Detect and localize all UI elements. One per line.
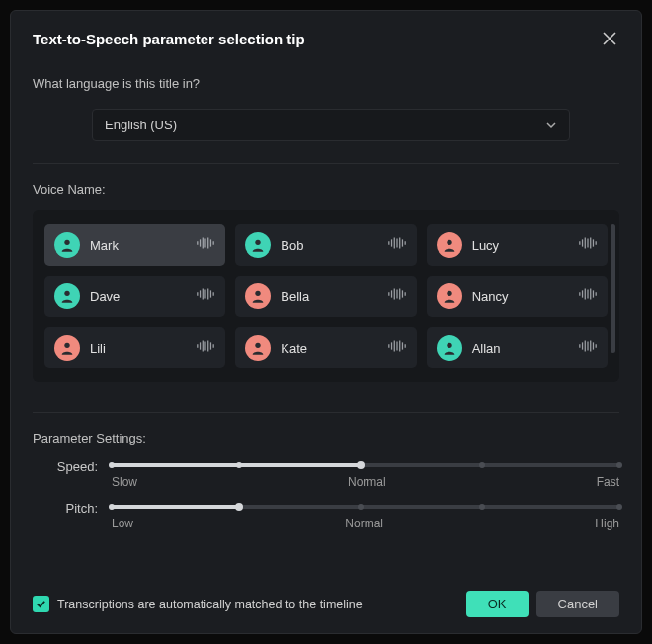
waveform-icon — [578, 236, 598, 254]
speed-tick-slow: Slow — [112, 475, 137, 489]
pitch-tick-low: Low — [112, 517, 133, 530]
voice-grid: MarkBobLucyDaveBellaNancyLiliKateAllan — [44, 224, 608, 368]
pitch-label: Pitch: — [33, 501, 112, 516]
voice-card-lucy[interactable]: Lucy — [427, 224, 608, 266]
speed-thumb[interactable] — [357, 461, 365, 469]
voice-name-label: Dave — [90, 289, 196, 304]
pitch-tick-high: High — [595, 517, 619, 530]
voice-panel: MarkBobLucyDaveBellaNancyLiliKateAllan — [33, 210, 619, 382]
speed-row: Speed: Slow Normal Fast — [33, 459, 619, 489]
voice-scrollbar[interactable] — [611, 224, 615, 353]
check-icon — [36, 599, 46, 609]
svg-point-32 — [256, 291, 261, 296]
voice-card-nancy[interactable]: Nancy — [427, 276, 608, 317]
dialog-footer: Transcriptions are automatically matched… — [33, 583, 619, 617]
svg-point-0 — [64, 240, 69, 245]
avatar-icon — [54, 283, 80, 309]
avatar-icon — [437, 283, 462, 309]
waveform-icon — [196, 287, 215, 305]
avatar-icon — [437, 335, 462, 361]
voice-section-label: Voice Name: — [33, 182, 619, 197]
svg-point-64 — [447, 343, 451, 348]
ok-button[interactable]: OK — [466, 591, 529, 617]
pitch-slider[interactable]: Low Normal High — [112, 501, 619, 530]
voice-card-allan[interactable]: Allan — [427, 327, 608, 368]
close-button[interactable] — [600, 29, 619, 48]
waveform-icon — [578, 339, 598, 357]
voice-name-label: Mark — [90, 238, 196, 253]
avatar-icon — [245, 232, 271, 258]
svg-point-8 — [256, 240, 261, 245]
avatar-icon — [54, 232, 80, 258]
language-selected-value: English (US) — [105, 118, 177, 132]
pitch-thumb[interactable] — [235, 503, 243, 511]
divider — [33, 412, 619, 413]
svg-point-48 — [64, 343, 69, 348]
svg-point-16 — [447, 240, 451, 245]
speed-tick-labels: Slow Normal Fast — [112, 475, 619, 489]
avatar-icon — [437, 232, 462, 258]
svg-point-56 — [256, 343, 261, 348]
avatar-icon — [245, 335, 271, 361]
voice-name-label: Bob — [281, 238, 386, 253]
waveform-icon — [387, 339, 407, 357]
voice-name-label: Nancy — [472, 289, 578, 304]
transcription-checkbox[interactable] — [33, 596, 49, 612]
waveform-icon — [387, 236, 407, 254]
speed-tick-fast: Fast — [597, 475, 619, 489]
language-question: What language is this title in? — [33, 76, 619, 91]
waveform-icon — [196, 236, 215, 254]
tts-dialog: Text-to-Speech parameter selection tip W… — [10, 10, 642, 634]
avatar-icon — [54, 335, 80, 361]
voice-name-label: Lili — [90, 341, 196, 356]
waveform-icon — [578, 287, 598, 305]
voice-name-label: Allan — [472, 341, 578, 356]
voice-card-lili[interactable]: Lili — [44, 327, 225, 368]
chevron-down-icon — [545, 120, 557, 131]
transcription-checkbox-label: Transcriptions are automatically matched… — [57, 598, 458, 611]
avatar-icon — [245, 283, 271, 309]
pitch-tick-labels: Low Normal High — [112, 517, 619, 530]
waveform-icon — [387, 287, 407, 305]
waveform-icon — [196, 339, 215, 357]
svg-point-40 — [447, 291, 451, 296]
pitch-row: Pitch: Low Normal High — [33, 501, 619, 530]
speed-label: Speed: — [33, 459, 112, 474]
cancel-button[interactable]: Cancel — [536, 591, 619, 617]
voice-card-kate[interactable]: Kate — [235, 327, 416, 368]
language-select-container: English (US) — [33, 109, 619, 141]
speed-tick-normal: Normal — [348, 475, 386, 489]
voice-card-bella[interactable]: Bella — [235, 276, 416, 317]
dialog-title: Text-to-Speech parameter selection tip — [33, 31, 305, 47]
language-select[interactable]: English (US) — [92, 109, 570, 141]
pitch-tick-normal: Normal — [345, 517, 383, 530]
voice-card-dave[interactable]: Dave — [44, 276, 225, 317]
close-icon — [603, 32, 616, 45]
svg-point-24 — [64, 291, 69, 296]
divider — [33, 163, 619, 164]
voice-card-bob[interactable]: Bob — [235, 224, 416, 266]
dialog-header: Text-to-Speech parameter selection tip — [33, 29, 619, 48]
param-section-label: Parameter Settings: — [33, 431, 619, 445]
voice-name-label: Lucy — [472, 238, 578, 253]
voice-name-label: Kate — [281, 341, 386, 356]
voice-name-label: Bella — [281, 289, 386, 304]
voice-card-mark[interactable]: Mark — [44, 224, 225, 266]
speed-slider[interactable]: Slow Normal Fast — [112, 459, 619, 489]
